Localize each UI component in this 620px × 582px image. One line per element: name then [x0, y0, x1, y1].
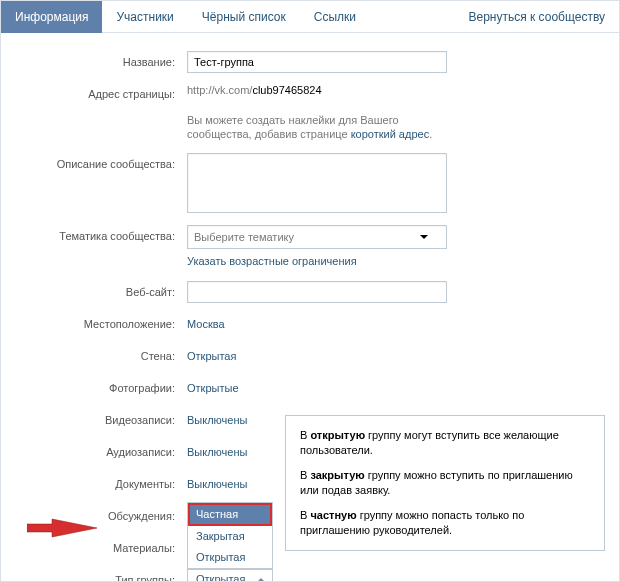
- videos-label: Видеозаписи:: [1, 409, 187, 431]
- address-value: club97465824: [252, 84, 321, 96]
- address-input[interactable]: http://vk.com/club97465824: [187, 83, 447, 107]
- back-to-community-link[interactable]: Вернуться к сообществу: [468, 1, 619, 33]
- audio-value[interactable]: Выключены: [187, 446, 247, 458]
- grouptype-dropdown-list: Частная Закрытая Открытая: [187, 502, 273, 569]
- wall-label: Стена:: [1, 345, 187, 367]
- address-hint: Вы можете создать наклейки для Вашего со…: [187, 107, 447, 143]
- wall-value[interactable]: Открытая: [187, 350, 236, 362]
- grouptype-tooltip: В открытую группу могут вступить все жел…: [285, 415, 605, 551]
- videos-value[interactable]: Выключены: [187, 414, 247, 426]
- description-textarea[interactable]: [187, 153, 447, 213]
- address-prefix: http://vk.com/: [187, 84, 252, 96]
- grouptype-label: Тип группы:: [1, 569, 187, 582]
- short-address-link[interactable]: короткий адрес: [351, 128, 430, 140]
- photos-label: Фотографии:: [1, 377, 187, 399]
- grouptype-select[interactable]: Открытая: [187, 569, 273, 582]
- age-restriction-link[interactable]: Указать возрастные ограничения: [187, 249, 447, 271]
- website-label: Веб-сайт:: [1, 281, 187, 303]
- documents-value[interactable]: Выключены: [187, 478, 247, 490]
- audio-label: Аудиозаписи:: [1, 441, 187, 463]
- documents-label: Документы:: [1, 473, 187, 495]
- name-input[interactable]: [187, 51, 447, 73]
- tab-links[interactable]: Ссылки: [300, 1, 370, 33]
- grouptype-option-open[interactable]: Открытая: [188, 547, 272, 568]
- chevron-up-icon: [257, 578, 265, 582]
- tab-blacklist[interactable]: Чёрный список: [188, 1, 300, 33]
- topic-select[interactable]: Выберите тематику: [187, 225, 447, 249]
- tab-members[interactable]: Участники: [102, 1, 187, 33]
- chevron-down-icon: [420, 235, 428, 239]
- grouptype-option-private[interactable]: Частная: [188, 503, 272, 526]
- address-label: Адрес страницы:: [1, 83, 187, 105]
- name-label: Название:: [1, 51, 187, 73]
- website-input[interactable]: [187, 281, 447, 303]
- discussions-label: Обсуждения:: [1, 505, 187, 527]
- grouptype-option-closed[interactable]: Закрытая: [188, 526, 272, 547]
- location-value[interactable]: Москва: [187, 318, 225, 330]
- tab-info[interactable]: Информация: [1, 1, 102, 33]
- location-label: Местоположение:: [1, 313, 187, 335]
- photos-value[interactable]: Открытые: [187, 382, 239, 394]
- description-label: Описание сообщества:: [1, 153, 187, 175]
- topic-label: Тематика сообщества:: [1, 225, 187, 247]
- tabs-bar: Информация Участники Чёрный список Ссылк…: [1, 1, 619, 33]
- materials-label: Материалы:: [1, 537, 187, 559]
